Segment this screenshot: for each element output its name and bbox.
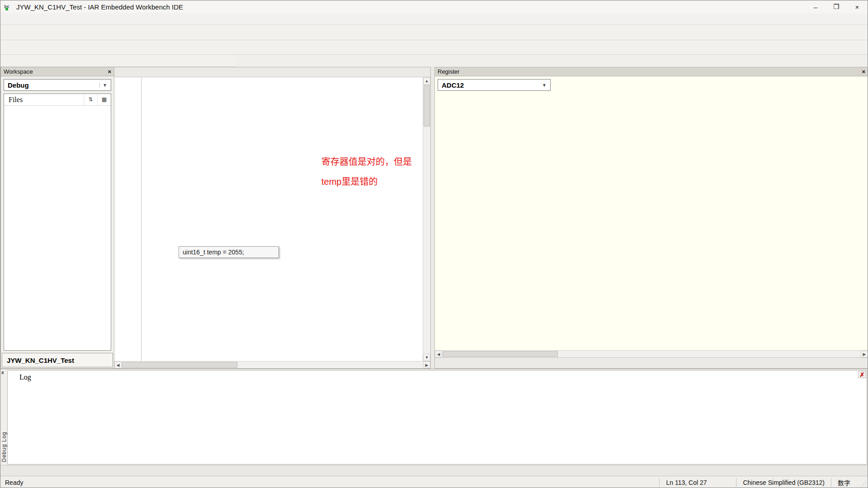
close-button[interactable]: ×: [847, 0, 868, 13]
scroll-right-icon[interactable]: ▶: [423, 361, 430, 368]
register-title-bar: Register ×: [435, 67, 868, 76]
editor-panel: uint16_t temp = 2055; 寄存器值是对的，但是 temp里是错…: [114, 67, 431, 369]
log-side-label: Debug Log: [1, 432, 7, 462]
main-area: Workspace × Debug ▼ Files ⇅ ▦ JYW_KN_C1H…: [0, 67, 868, 369]
iar-ide-window: { "window": { "title": "JYW_KN_C1HV_Test…: [0, 0, 868, 488]
annotation-note-line1: 寄存器值是对的，但是: [321, 158, 412, 166]
status-bar: Ready Ln 113, Col 27 Chinese Simplified …: [0, 476, 868, 488]
scrollbar-thumb[interactable]: [424, 85, 430, 127]
files-header-label: Files: [9, 96, 23, 104]
resize-grip[interactable]: ⋰: [857, 477, 868, 488]
log-close-icon[interactable]: ✗: [858, 371, 866, 378]
panel-splitter[interactable]: [431, 67, 434, 369]
scroll-down-icon[interactable]: ▼: [423, 354, 430, 361]
configuration-combo[interactable]: Debug ▼: [4, 79, 111, 91]
output-tab-bar: [0, 465, 868, 476]
maximize-button[interactable]: ❒: [826, 0, 847, 13]
code-fold-margin: [135, 77, 142, 361]
workspace-panel: Workspace × Debug ▼ Files ⇅ ▦ JYW_KN_C1H…: [0, 67, 114, 369]
output-column-icon[interactable]: ▦: [97, 94, 111, 105]
workspace-project-tab-label: JYW_KN_C1HV_Test: [7, 357, 74, 364]
chevron-down-icon: ▼: [542, 83, 547, 88]
editor-tab-bar: [114, 67, 430, 77]
register-panel: Register × ADC12 ▼ ◀ ▶: [434, 67, 868, 369]
register-group-combo[interactable]: ADC12 ▼: [438, 79, 551, 91]
log-side-strip: x Debug Log: [0, 369, 7, 465]
log-body: Log: [7, 370, 867, 465]
dock-close-icon[interactable]: x: [1, 370, 4, 375]
status-cursor-position: Ln 113, Col 27: [659, 478, 736, 487]
status-encoding: Chinese Simplified (GB2312): [736, 478, 831, 487]
log-panel: x Debug Log Log ✗: [0, 369, 868, 465]
main-toolbar: [0, 25, 868, 40]
menu-bar: [0, 13, 868, 25]
file-tree: [4, 106, 111, 350]
files-header: Files ⇅ ▦: [4, 94, 111, 106]
scrollbar-thumb[interactable]: [443, 351, 558, 357]
debug-toolbar: [0, 40, 868, 55]
chevron-down-icon: ▼: [99, 83, 107, 88]
app-icon: ✂: [4, 3, 13, 11]
scroll-up-icon[interactable]: ▲: [423, 77, 430, 84]
annotation-note-line2: temp里是错的: [321, 178, 377, 186]
title-bar: ✂ JYW_KN_C1HV_Test - IAR Embedded Workbe…: [0, 0, 868, 13]
scroll-right-icon[interactable]: ▶: [861, 351, 868, 357]
minimize-button[interactable]: –: [805, 0, 826, 13]
status-ime: 数字: [831, 478, 857, 487]
scroll-left-icon[interactable]: ◀: [114, 361, 122, 368]
configuration-value: Debug: [8, 81, 29, 89]
line-number-gutter: [114, 77, 135, 361]
register-horizontal-scrollbar[interactable]: ◀ ▶: [435, 350, 868, 357]
workspace-close-icon[interactable]: ×: [108, 68, 111, 75]
register-tab-bar: [435, 357, 868, 368]
editor-horizontal-scrollbar[interactable]: ◀ ▶: [114, 361, 430, 368]
workspace-project-tab[interactable]: JYW_KN_C1HV_Test: [2, 353, 113, 367]
register-title: Register: [438, 68, 459, 75]
workspace-title-bar: Workspace ×: [1, 67, 114, 76]
scroll-left-icon[interactable]: ◀: [435, 351, 442, 357]
log-header: Log: [19, 373, 867, 381]
editor-vertical-scrollbar[interactable]: ▲ ▼: [423, 77, 430, 361]
window-title: JYW_KN_C1HV_Test - IAR Embedded Workbenc…: [16, 3, 183, 11]
register-close-icon[interactable]: ×: [862, 68, 865, 75]
annotation-circle-code: [142, 77, 277, 145]
files-box: Files ⇅ ▦: [4, 94, 111, 351]
code-area[interactable]: uint16_t temp = 2055; 寄存器值是对的，但是 temp里是错…: [142, 77, 423, 361]
emulator-toolbar: [0, 55, 236, 67]
workspace-title: Workspace: [4, 68, 33, 75]
status-ready: Ready: [5, 479, 23, 486]
scrollbar-thumb[interactable]: [122, 362, 237, 368]
debug-value-tooltip: uint16_t temp = 2055;: [179, 246, 279, 258]
sort-column-icon[interactable]: ⇅: [84, 94, 97, 105]
register-group-value: ADC12: [442, 81, 464, 89]
